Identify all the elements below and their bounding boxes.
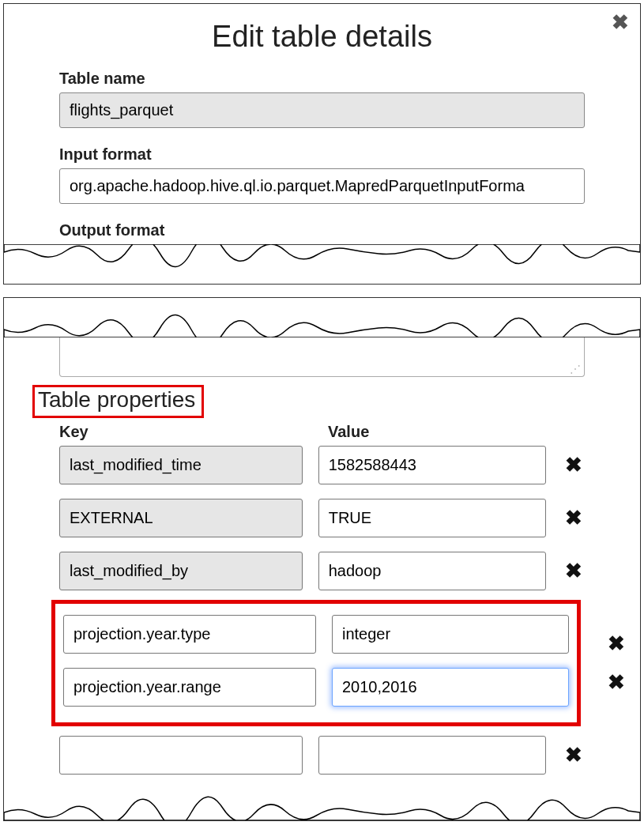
property-key-input[interactable] <box>63 615 316 654</box>
table-row: ✖ <box>59 736 585 775</box>
property-value-input[interactable] <box>318 736 547 775</box>
table-name-input[interactable] <box>59 92 585 128</box>
property-value-input[interactable] <box>318 552 547 590</box>
column-header-value: Value <box>328 423 573 441</box>
delete-icon[interactable]: ✖ <box>562 743 585 767</box>
property-key-input[interactable] <box>59 446 303 484</box>
torn-edge-icon <box>4 298 640 337</box>
resize-grip-icon[interactable]: ⋰ <box>570 364 581 375</box>
table-row: ✖ <box>59 552 585 590</box>
table-properties-heading-highlight: Table properties <box>32 385 204 418</box>
property-value-input[interactable] <box>332 668 569 707</box>
table-row: ✖ <box>59 499 585 537</box>
delete-icon[interactable]: ✖ <box>562 559 585 583</box>
input-format-label: Input format <box>59 145 585 164</box>
torn-edge-icon <box>4 244 640 284</box>
highlighted-rows <box>51 600 581 726</box>
property-key-input[interactable] <box>59 499 303 537</box>
close-icon[interactable]: ✖ <box>612 10 629 35</box>
table-properties-heading: Table properties <box>38 387 195 412</box>
torn-edge-icon <box>4 789 640 820</box>
delete-icon[interactable]: ✖ <box>604 631 628 656</box>
output-format-label: Output format <box>59 221 585 239</box>
delete-icon[interactable]: ✖ <box>562 453 585 477</box>
property-key-input[interactable] <box>63 668 316 707</box>
table-name-label: Table name <box>59 70 585 88</box>
property-value-input[interactable] <box>318 499 547 537</box>
delete-icon[interactable]: ✖ <box>562 506 585 530</box>
property-key-input[interactable] <box>59 736 303 775</box>
delete-icon[interactable]: ✖ <box>604 670 628 695</box>
table-row <box>63 668 569 707</box>
textarea-stub[interactable]: ⋰ <box>59 337 585 377</box>
input-format-input[interactable] <box>59 168 585 204</box>
table-row <box>63 615 569 654</box>
property-key-input[interactable] <box>59 552 303 590</box>
property-value-input[interactable] <box>318 446 547 484</box>
column-header-key: Key <box>59 423 328 441</box>
page-title: Edit table details <box>36 20 608 54</box>
property-value-input[interactable] <box>332 615 569 654</box>
table-row: ✖ <box>59 446 585 484</box>
